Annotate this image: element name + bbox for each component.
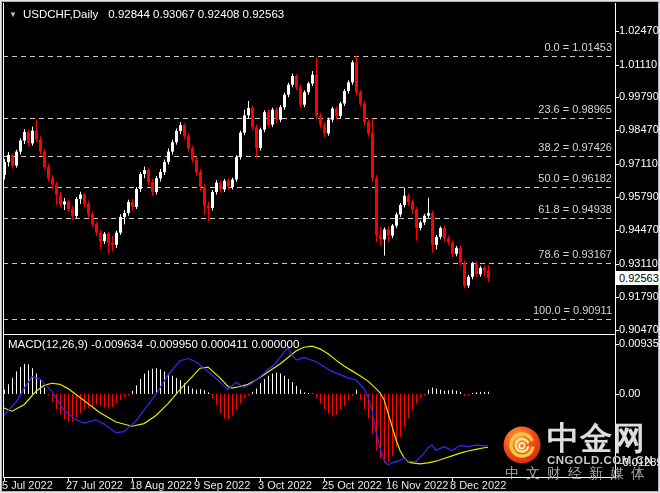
fib-level-label: 38.2 = 0.97426 <box>422 141 612 154</box>
price-axis-label: 1.02470 <box>619 24 659 37</box>
chart-title: ▼USDCHF,Daily0.92844 0.93067 0.92408 0.9… <box>9 8 284 20</box>
price-axis-label: 0.91790 <box>619 290 659 303</box>
date-axis-label: 8 Dec 2022 <box>450 479 506 492</box>
fib-level-label: 23.6 = 0.98965 <box>422 103 612 116</box>
date-axis-label: 16 Nov 2022 <box>386 479 448 492</box>
price-axis-label: 1.01110 <box>619 58 657 71</box>
date-axis-label: 27 Jul 2022 <box>66 479 123 492</box>
price-axis-label: 0.98470 <box>619 123 659 136</box>
symbol-dropdown-icon[interactable]: ▼ <box>9 10 17 19</box>
cngold-watermark: 中金网 CNGOLD.COM.CN 中文财经新媒体 <box>503 423 660 483</box>
current-price-box: 0.92563 <box>616 271 660 285</box>
price-axis-label: 0.99790 <box>619 90 659 103</box>
price-axis-label: 0.95790 <box>619 190 659 203</box>
price-axis-label: 0.93110 <box>619 257 658 270</box>
date-axis-label: 5 Jul 2022 <box>2 479 53 492</box>
macd-label-name: MACD(12,26,9) <box>8 338 88 350</box>
fib-level-label: 0.0 = 1.01453 <box>422 41 612 54</box>
chart-ohlc-values: 0.92844 0.93067 0.92408 0.92563 <box>108 8 284 20</box>
macd-axis-label: -0.012897 <box>619 456 660 469</box>
price-axis-label: 0.94470 <box>619 223 659 236</box>
current-price-value: 0.92563 <box>619 272 659 284</box>
chart-symbol-period: USDCHF,Daily <box>23 8 98 20</box>
price-axis-label: 0.97110 <box>619 157 658 170</box>
fib-level-label: 78.6 = 0.93167 <box>422 248 612 261</box>
date-axis-label: 18 Aug 2022 <box>130 479 192 492</box>
macd-axis-label: 0.00 <box>619 387 640 400</box>
macd-axis-label: 0.009358 <box>619 337 660 350</box>
macd-indicator-label: MACD(12,26,9) -0.009634 -0.009950 0.0004… <box>8 338 299 350</box>
fib-level-label: 50.0 = 0.96182 <box>422 172 612 185</box>
mt4-chart-window: 中金网 CNGOLD.COM.CN 中文财经新媒体 ▼USDCHF,Daily0… <box>0 0 660 493</box>
price-axis-label: 0.90470 <box>619 323 659 336</box>
macd-label-values: -0.009634 -0.009950 0.000411 0.000000 <box>91 338 299 350</box>
date-axis-label: 9 Sep 2022 <box>194 479 250 492</box>
watermark-brand-text: 中金网 <box>547 423 653 453</box>
date-axis-label: 3 Oct 2022 <box>258 479 312 492</box>
fib-level-label: 100.0 = 0.90911 <box>422 304 612 317</box>
date-axis-label: 25 Oct 2022 <box>322 479 382 492</box>
cngold-logo-icon <box>503 426 541 464</box>
fib-level-label: 61.8 = 0.94938 <box>422 203 612 216</box>
